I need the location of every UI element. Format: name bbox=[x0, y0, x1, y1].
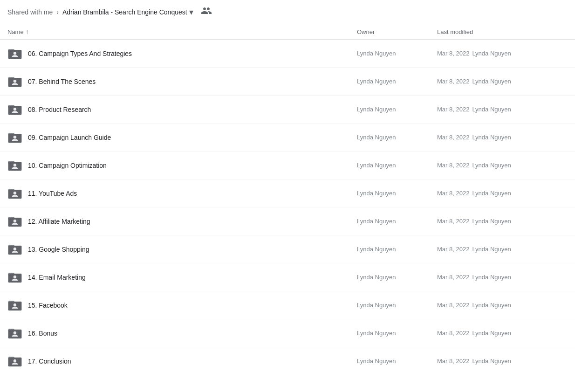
modified-cell: Mar 8, 2022 Lynda Nguyen bbox=[437, 50, 568, 57]
modified-by: Lynda Nguyen bbox=[472, 78, 511, 85]
file-name-cell: 17. Conclusion bbox=[7, 354, 357, 369]
modified-cell: Mar 8, 2022 Lynda Nguyen bbox=[437, 330, 568, 337]
modified-by: Lynda Nguyen bbox=[472, 162, 511, 169]
file-name-cell: 07. Behind The Scenes bbox=[7, 74, 357, 89]
modified-cell: Mar 8, 2022 Lynda Nguyen bbox=[437, 78, 568, 85]
modified-cell: Mar 8, 2022 Lynda Nguyen bbox=[437, 274, 568, 281]
owner-cell: Lynda Nguyen bbox=[357, 50, 437, 57]
shared-folder-icon bbox=[7, 158, 22, 173]
modified-date: Mar 8, 2022 bbox=[437, 302, 469, 309]
breadcrumb-separator: › bbox=[56, 8, 59, 16]
name-column-label: Name bbox=[7, 28, 24, 35]
table-row[interactable]: 08. Product Research Lynda Nguyen Mar 8,… bbox=[0, 96, 575, 124]
file-name-text: 17. Conclusion bbox=[28, 358, 71, 365]
table-row[interactable]: 14. Email Marketing Lynda Nguyen Mar 8, … bbox=[0, 263, 575, 291]
modified-date: Mar 8, 2022 bbox=[437, 218, 469, 225]
file-name-cell: 13. Google Shopping bbox=[7, 242, 357, 257]
modified-date: Mar 8, 2022 bbox=[437, 106, 469, 113]
owner-cell: Lynda Nguyen bbox=[357, 218, 437, 225]
modified-date: Mar 8, 2022 bbox=[437, 134, 469, 141]
breadcrumb-current-folder[interactable]: Adrian Brambila - Search Engine Conquest… bbox=[62, 7, 193, 17]
svg-point-11 bbox=[14, 192, 16, 194]
shared-folder-icon bbox=[7, 186, 22, 201]
current-folder-label: Adrian Brambila - Search Engine Conquest bbox=[62, 8, 187, 16]
shared-folder-icon bbox=[7, 298, 22, 313]
table-row[interactable]: 15. Facebook Lynda Nguyen Mar 8, 2022 Ly… bbox=[0, 291, 575, 319]
table-row[interactable]: 06. Campaign Types And Strategies Lynda … bbox=[0, 40, 575, 68]
modified-cell: Mar 8, 2022 Lynda Nguyen bbox=[437, 218, 568, 225]
modified-date: Mar 8, 2022 bbox=[437, 78, 469, 85]
name-column-header[interactable]: Name ↑ bbox=[7, 28, 357, 35]
table-header: Name ↑ Owner Last modified bbox=[0, 24, 575, 40]
owner-cell: Lynda Nguyen bbox=[357, 246, 437, 253]
modified-by: Lynda Nguyen bbox=[472, 330, 511, 337]
svg-point-1 bbox=[14, 52, 16, 55]
owner-cell: Lynda Nguyen bbox=[357, 330, 437, 337]
breadcrumb-shared-with-me[interactable]: Shared with me bbox=[7, 8, 53, 16]
table-row[interactable]: 07. Behind The Scenes Lynda Nguyen Mar 8… bbox=[0, 68, 575, 96]
modified-cell: Mar 8, 2022 Lynda Nguyen bbox=[437, 106, 568, 113]
file-name-text: 10. Campaign Optimization bbox=[28, 162, 107, 169]
modified-cell: Mar 8, 2022 Lynda Nguyen bbox=[437, 302, 568, 309]
file-name-cell: 16. Bonus bbox=[7, 326, 357, 341]
file-name-cell: 09. Campaign Launch Guide bbox=[7, 130, 357, 145]
modified-cell: Mar 8, 2022 Lynda Nguyen bbox=[437, 134, 568, 141]
owner-cell: Lynda Nguyen bbox=[357, 162, 437, 169]
svg-point-5 bbox=[14, 108, 16, 110]
modified-cell: Mar 8, 2022 Lynda Nguyen bbox=[437, 162, 568, 169]
svg-point-19 bbox=[14, 303, 16, 306]
breadcrumb-bar: Shared with me › Adrian Brambila - Searc… bbox=[0, 0, 575, 24]
owner-cell: Lynda Nguyen bbox=[357, 274, 437, 281]
table-row[interactable]: 16. Bonus Lynda Nguyen Mar 8, 2022 Lynda… bbox=[0, 319, 575, 347]
file-name-text: 06. Campaign Types And Strategies bbox=[28, 50, 132, 57]
owner-cell: Lynda Nguyen bbox=[357, 106, 437, 113]
file-name-text: 13. Google Shopping bbox=[28, 246, 89, 253]
modified-by: Lynda Nguyen bbox=[472, 302, 511, 309]
table-row[interactable]: 12. Affiliate Marketing Lynda Nguyen Mar… bbox=[0, 207, 575, 235]
file-name-text: 11. YouTube Ads bbox=[28, 190, 77, 197]
last-modified-column-header: Last modified bbox=[437, 28, 568, 35]
shared-users-icon[interactable] bbox=[201, 5, 212, 19]
shared-folder-icon bbox=[7, 130, 22, 145]
table-row[interactable]: 11. YouTube Ads Lynda Nguyen Mar 8, 2022… bbox=[0, 179, 575, 207]
modified-date: Mar 8, 2022 bbox=[437, 358, 469, 364]
modified-by: Lynda Nguyen bbox=[472, 134, 511, 141]
modified-cell: Mar 8, 2022 Lynda Nguyen bbox=[437, 358, 568, 364]
modified-by: Lynda Nguyen bbox=[472, 358, 511, 364]
file-name-text: 12. Affiliate Marketing bbox=[28, 218, 90, 225]
table-row[interactable]: 10. Campaign Optimization Lynda Nguyen M… bbox=[0, 151, 575, 179]
owner-cell: Lynda Nguyen bbox=[357, 134, 437, 141]
table-row[interactable]: 09. Campaign Launch Guide Lynda Nguyen M… bbox=[0, 124, 575, 151]
svg-point-7 bbox=[14, 136, 16, 138]
shared-folder-icon bbox=[7, 326, 22, 341]
shared-folder-icon bbox=[7, 74, 22, 89]
file-name-text: 09. Campaign Launch Guide bbox=[28, 134, 111, 141]
modified-by: Lynda Nguyen bbox=[472, 218, 511, 225]
modified-date: Mar 8, 2022 bbox=[437, 330, 469, 337]
modified-cell: Mar 8, 2022 Lynda Nguyen bbox=[437, 246, 568, 253]
table-row[interactable]: 17. Conclusion Lynda Nguyen Mar 8, 2022 … bbox=[0, 347, 575, 375]
owner-cell: Lynda Nguyen bbox=[357, 190, 437, 197]
modified-date: Mar 8, 2022 bbox=[437, 274, 469, 281]
modified-by: Lynda Nguyen bbox=[472, 106, 511, 113]
file-name-cell: 10. Campaign Optimization bbox=[7, 158, 357, 173]
chevron-down-icon: ▾ bbox=[189, 7, 193, 17]
file-name-text: 07. Behind The Scenes bbox=[28, 78, 96, 85]
file-name-cell: 06. Campaign Types And Strategies bbox=[7, 46, 357, 61]
table-row[interactable]: 13. Google Shopping Lynda Nguyen Mar 8, … bbox=[0, 235, 575, 263]
file-list: 06. Campaign Types And Strategies Lynda … bbox=[0, 40, 575, 375]
file-name-text: 14. Email Marketing bbox=[28, 274, 86, 281]
svg-point-15 bbox=[14, 248, 16, 250]
shared-folder-icon bbox=[7, 214, 22, 229]
owner-cell: Lynda Nguyen bbox=[357, 358, 437, 364]
shared-folder-icon bbox=[7, 270, 22, 285]
file-name-cell: 11. YouTube Ads bbox=[7, 186, 357, 201]
modified-by: Lynda Nguyen bbox=[472, 50, 511, 57]
file-name-cell: 14. Email Marketing bbox=[7, 270, 357, 285]
svg-point-9 bbox=[14, 164, 16, 166]
shared-folder-icon bbox=[7, 102, 22, 117]
file-name-cell: 08. Product Research bbox=[7, 102, 357, 117]
modified-date: Mar 8, 2022 bbox=[437, 190, 469, 197]
modified-cell: Mar 8, 2022 Lynda Nguyen bbox=[437, 190, 568, 197]
svg-point-13 bbox=[14, 220, 16, 222]
